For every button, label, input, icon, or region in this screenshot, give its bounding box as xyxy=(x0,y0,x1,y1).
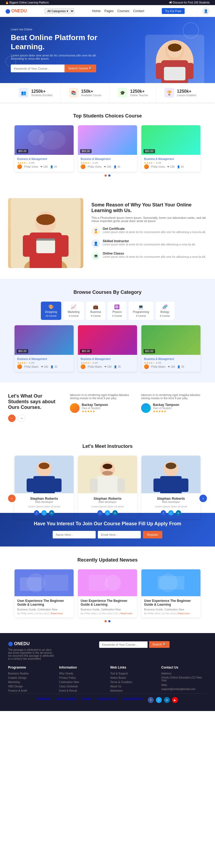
review-2: 4 1/5 xyxy=(92,161,98,164)
svg-rect-45 xyxy=(44,575,68,591)
stat-info-courses: 150k+ Available Course xyxy=(81,89,101,97)
cat-label-programming: Programming xyxy=(133,310,149,313)
reason-3: 💻 Online Classs Lorem ipsum dolor sit am… xyxy=(91,252,207,260)
instructor-photo-1 xyxy=(14,456,74,493)
cta-email-input[interactable] xyxy=(98,531,141,538)
cta-title: Have You Interest To Join Our Course Ple… xyxy=(11,521,204,527)
footer-link-2-4[interactable]: Class Schedule xyxy=(59,685,105,688)
testimonial-next-btn[interactable]: → xyxy=(18,414,25,422)
social-in-1[interactable]: in xyxy=(49,510,54,516)
footer-col-contact: Contact Us Address: Onedu Online Educati… xyxy=(161,665,207,693)
social-tw-3[interactable]: t xyxy=(168,510,174,516)
instructor-prev-btn[interactable]: ‹ xyxy=(8,495,16,502)
instructor-next-btn[interactable]: › xyxy=(199,495,207,502)
footer-social-yt[interactable]: ▶ xyxy=(172,697,178,703)
footer-link-3-2[interactable]: Notice Board xyxy=(110,676,156,679)
footer-link-3-5[interactable]: Admission xyxy=(110,689,156,692)
footer-social-tw[interactable]: t xyxy=(156,697,162,703)
nav-home[interactable]: Home xyxy=(92,9,100,13)
category-select[interactable]: All Categories ▾ xyxy=(44,8,74,14)
footer-link-2-5[interactable]: Event & Result xyxy=(59,689,105,692)
footer-social-in[interactable]: in xyxy=(164,697,170,703)
try-free-button[interactable]: Try For Free xyxy=(162,8,185,14)
footer-bottom-student[interactable]: Become Student xyxy=(56,697,76,703)
footer-search-input[interactable] xyxy=(99,641,148,648)
footer-link-2-2[interactable]: Privacy Policy xyxy=(59,676,105,679)
browse-likes-1: ❤ 180 xyxy=(41,365,48,368)
reason-desc-3: Lorem ipsum dolor sit amet do hic concen… xyxy=(103,255,206,258)
cta-name-input[interactable] xyxy=(53,531,96,538)
news-info-1: User Experience The Beginner Guide & Lea… xyxy=(14,596,74,617)
social-in-3[interactable]: in xyxy=(176,510,181,516)
svg-rect-39 xyxy=(181,478,188,492)
news-read-2[interactable]: Read more xyxy=(120,612,132,615)
footer-search-button[interactable]: Search 🔍 xyxy=(149,641,170,648)
cat-tab-programming[interactable]: 💻 Programming 9 Course xyxy=(128,302,153,320)
footer-link-3-1[interactable]: Tool & Support xyxy=(110,672,156,675)
footer-link-1-5[interactable]: Finance & Audit xyxy=(8,689,54,692)
footer-link-1-2[interactable]: Graphic Design xyxy=(8,676,54,679)
news-dot-1[interactable] xyxy=(104,620,107,622)
cat-tab-designing[interactable]: 🎨 Designing 10 Course xyxy=(41,302,61,320)
cat-count-physics: 5 Course xyxy=(112,314,122,317)
footer-bottom-scholarship[interactable]: Scholarship xyxy=(37,697,51,703)
nav-category[interactable]: All Categories ▾ xyxy=(44,8,74,14)
social-fb-1[interactable]: f xyxy=(34,510,39,516)
instructor-role-1: Web developer xyxy=(18,500,70,503)
news-read-1[interactable]: Read more xyxy=(51,612,63,615)
cat-tab-business[interactable]: 💼 Business 8 Course xyxy=(86,302,105,320)
social-fb-3[interactable]: f xyxy=(161,510,166,516)
footer-link-1-1[interactable]: Business Studies xyxy=(8,672,54,675)
user-icon[interactable]: 👤 xyxy=(202,7,210,15)
news-meta-3: By Philip Visho | 14 Nov 2012 | Read mor… xyxy=(144,612,198,615)
why-content: Some Reason of Why You Start Your Online… xyxy=(91,202,207,264)
footer-link-1-4[interactable]: HBD Design xyxy=(8,685,54,688)
author-name-1: Backay Tampson xyxy=(82,403,108,407)
instructor-photo-2 xyxy=(78,456,137,493)
cat-tab-biology[interactable]: 🧬 Biology 8 Course xyxy=(156,302,175,320)
dot-1[interactable] xyxy=(104,175,107,177)
social-in-2[interactable]: in xyxy=(112,510,118,516)
footer-bottom-teacher[interactable]: Become Teacher xyxy=(97,697,117,703)
browse-students-1: 👤 35 xyxy=(50,365,57,368)
likes-2: ❤ 180 xyxy=(104,165,111,168)
nav-pages[interactable]: Pages xyxy=(104,9,114,13)
browse-section: Browse Courses By Category 🎨 Designing 1… xyxy=(0,279,215,382)
footer-link-3-4[interactable]: About Us xyxy=(110,685,156,688)
cat-tab-physics[interactable]: ⚛️ Physics 5 Course xyxy=(108,302,126,320)
footer-bottom-facilities[interactable]: Course Facilities xyxy=(123,697,143,703)
top-bar-right: 📢 Discount for First 100 Students xyxy=(169,1,210,4)
footer-link-2-1[interactable]: Why Onedu xyxy=(59,672,105,675)
instructor-name-1: Stephan Roberts xyxy=(18,496,70,500)
cat-tab-marketing[interactable]: 📈 Marketing 9 Course xyxy=(63,302,84,320)
dot-2[interactable] xyxy=(108,175,111,177)
course-price-3: $65.00 xyxy=(144,149,155,153)
footer-link-1-3[interactable]: Marketing xyxy=(8,681,54,684)
instructor-info-2: Stephan Roberts Web developer Lorem ipsu… xyxy=(78,493,137,519)
cat-icon-designing: 🎨 xyxy=(49,304,54,309)
social-tw-2[interactable]: t xyxy=(105,510,110,516)
social-fb-2[interactable]: f xyxy=(97,510,103,516)
svg-rect-44 xyxy=(20,578,41,591)
footer-link-3-3[interactable]: Terms & Condition xyxy=(110,681,156,684)
nav-courses[interactable]: Courses xyxy=(118,9,129,13)
footer-col-title-2: Information xyxy=(59,665,105,669)
footer-bottom-courses[interactable]: Courses xyxy=(82,697,92,703)
cta-register-button[interactable]: Register xyxy=(143,531,162,538)
stat-label-teachers: Online Teacher xyxy=(130,94,148,97)
stat-info-lessons: 1250k+ Lesson Enabled xyxy=(177,89,196,97)
nav-contact[interactable]: Contact xyxy=(133,9,144,13)
footer-link-2-3[interactable]: Celebration New xyxy=(59,681,105,684)
social-tw-1[interactable]: t xyxy=(41,510,47,516)
news-read-3[interactable]: Read more xyxy=(178,612,190,615)
footer-social-fb[interactable]: f xyxy=(148,697,154,703)
hero-search-button[interactable]: Search Course 🔍 xyxy=(64,64,96,72)
testimonial-prev-btn[interactable]: ← xyxy=(8,414,16,422)
news-dot-2[interactable] xyxy=(108,620,111,622)
cta-form: Register xyxy=(11,531,204,538)
hero-search: Search Course 🔍 xyxy=(11,64,105,72)
news-title-1: User Experience The Beginner Guide & Lea… xyxy=(17,599,71,607)
instructor-name-3: Stephan Roberts xyxy=(145,496,197,500)
svg-rect-51 xyxy=(157,576,184,590)
hero-search-input[interactable] xyxy=(11,64,64,72)
